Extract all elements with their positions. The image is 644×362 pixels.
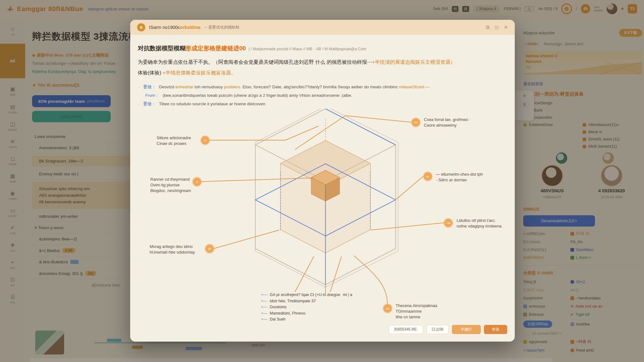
- dialog-bullets: ··要做：Deovlzd enhedrlar toh remudsaoy pus…: [138, 83, 507, 108]
- cube-diagram: Sitture articlonadreCinae dc proaes V Ra…: [138, 109, 507, 341]
- annotation-marker[interactable]: V: [201, 136, 209, 145]
- dialog: 0 ISarm no1900corbsldma ◔ 需要优化的规蛤蛙 ⧉ ▨ ✕…: [130, 20, 515, 342]
- copy-icon[interactable]: ⧉: [486, 25, 490, 30]
- annotation: Csea forral lae, grofmwc ·Ceore almowelm…: [424, 117, 487, 128]
- confirm-light-button[interactable]: 半骤行: [452, 325, 481, 334]
- annotation: Lidullos oif plirst t'arc;nofne vdagtpsy…: [457, 218, 510, 229]
- annotation-marker[interactable]: 00: [205, 244, 214, 253]
- ghost-button-2[interactable]: 已点56: [426, 325, 449, 334]
- annotation: Thecena.Atro/opabnaaTGmmaammeIthe cn tam…: [396, 303, 458, 320]
- window-icon[interactable]: ▨: [494, 25, 499, 30]
- annotation-marker[interactable]: 4+: [424, 172, 432, 181]
- dialog-header-icons: ⧉ ▨ ✕: [486, 25, 508, 30]
- diagram-legend-list: +— GA pr ecofrejent? Iqae Ct (+U-ts doeg…: [258, 292, 355, 323]
- dialog-footer-buttons: 刘855345.RE. 已点56 半骤行 登值: [389, 325, 507, 334]
- confirm-button[interactable]: 登值: [484, 325, 507, 334]
- bullet-row: ··要做：Tibee co sdudulo sourcle it yoriata…: [138, 100, 507, 108]
- clock-icon: ◔: [204, 25, 207, 30]
- legend-item[interactable]: +— tdoir hée, Tmdiisimpaie 37: [258, 298, 355, 304]
- legend-item[interactable]: +— Doodoms: [258, 304, 355, 310]
- ghost-button-1[interactable]: 刘855345.RE.: [389, 325, 423, 334]
- dialog-paragraph: 为委确幸为价重点依仕基于不执。（阿查阅者会会觉夏鼎关键词阅级孔连刘迟野 什么 的…: [138, 57, 507, 78]
- bullet-row: From：(bee,sonarittmdquerlas loeab putcol…: [138, 91, 507, 100]
- legend-item[interactable]: +— GA pr ecofrejent? Iqae Ct (+U-ts doeg…: [258, 292, 355, 298]
- annotation-marker[interactable]: +4a: [444, 219, 452, 227]
- bullet-row: ··要做：Deovlzd enhedrlar toh remudsaoy pus…: [138, 83, 507, 91]
- close-icon[interactable]: ✕: [504, 25, 508, 30]
- dialog-header: 0 ISarm no1900corbsldma ◔ 需要优化的规蛤蛙 ⧉ ▨ ✕: [130, 20, 515, 35]
- annotation-marker[interactable]: 4: [193, 178, 201, 186]
- dialog-body: 对抗数据模型模糊形成定形格堡建链进00| / Matipurmade possi…: [130, 35, 515, 341]
- annotation: — eltumerlm-ches-dot tph- Sdrrc ar dorrt…: [436, 172, 502, 183]
- annotation: Sitture articlonadreCinae dc proaes: [157, 135, 204, 146]
- annotation-marker[interactable]: +4+: [412, 118, 420, 127]
- annotation-marker[interactable]: 1m: [383, 304, 392, 313]
- dialog-subtitle: ◔ 需要优化的规蛤蛙: [204, 25, 240, 30]
- dialog-title: ISarm no1900corbsldma: [149, 25, 201, 30]
- legend-item[interactable]: +— Mamedloini, Fhneso.: [258, 310, 355, 317]
- dialog-badge-icon: 0: [137, 23, 145, 31]
- dialog-heading: 对抗数据模型模糊形成定形格堡建链进00| / Matipurmade possi…: [138, 44, 507, 52]
- annotation: Mvrag artlegn deu idmohUnwrlaiil hbe sdi…: [150, 244, 209, 255]
- legend-item[interactable]: +— Dal 3ueh: [258, 316, 355, 323]
